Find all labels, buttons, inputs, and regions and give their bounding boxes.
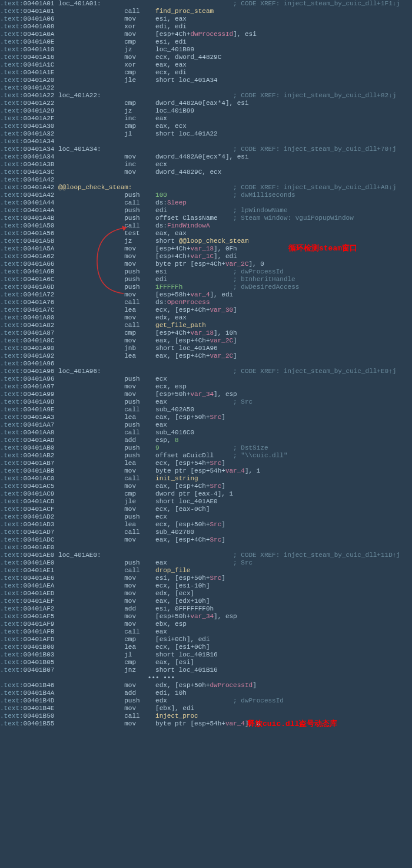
asm-line: .text:00401A90 jnb short loc_401A96 [0,345,412,352]
asm-line: .text:00401A20 jle short loc_401A34 [0,77,412,84]
asm-line: .text:00401ADC mov eax, [esp+4Ch+Src] [0,536,412,544]
asm-line: .text:00401AB2 push offset aCuicDll ; "\… [0,452,412,460]
asm-line: .text:00401ABB mov byte ptr [esp+54h+var… [0,467,412,475]
asm-line: .text:00401A3B inc ecx [0,161,412,169]
asm-line: .text:00401A44 call ds:Sleep [0,199,412,207]
asm-line: .text:00401B46 mov edx, [esp+50h+dwProce… [0,682,412,689]
asm-line: .text:00401A96 loc_401A96: ; CODE XREF: … [0,368,412,375]
asm-line: .text:00401AFB call eax [0,628,412,636]
asm-line: .text:00401B4A add edi, 10h [0,689,412,697]
asm-line: .text:00401A99 mov [esp+50h+var_34], esp [0,391,412,398]
asm-line: .text:00401AF2 add esi, 0FFFFFFF0h [0,605,412,613]
asm-line: .text:00401A96 [0,360,412,368]
asm-line: .text:00401A6C push edi ; bInheritHandle [0,276,412,283]
asm-line: .text:00401A72 mov [esp+58h+var_4], edi [0,291,412,299]
asm-line: .text:00401AC5 mov eax, [esp+4Ch+Src] [0,483,412,490]
asm-line: .text:00401AEA mov ecx, [esi-10h] [0,582,412,590]
asm-line: .text:00401A01 call find_proc_steam [0,8,412,15]
asm-line: .text:00401A30 cmp eax, ecx [0,123,412,130]
asm-line: .text:00401A32 jl short loc_401A22 [0,130,412,138]
asm-line: .text:00401AE0 push eax ; Src [0,559,412,567]
asm-line: .text:00401A3C mov dword_44829C, ecx [0,169,412,176]
asm-line: .text:00401AF9 mov ebx, esp [0,621,412,628]
asm-line: .text:00401AA8 call sub_4016C0 [0,429,412,437]
asm-line: .text:00401B07 jnz short loc_401B16 [0,666,412,674]
asm-line: .text:00401AB0 push 9 ; DstSize [0,444,412,452]
asm-line: .text:00401A6B push esi ; dwProcessId [0,268,412,276]
asm-line: .text:00401A34 loc_401A34: ; CODE XREF: … [0,146,412,153]
asm-line: .text:00401A8C mov eax, [esp+4Ch+var_2C] [0,337,412,345]
asm-line: .text:00401A16 mov ecx, dword_44829C [0,54,412,61]
asm-line: .text:00401A62 mov [esp+4Ch+var_1C], edi [0,253,412,260]
annotation-loop: 循环检测steam窗口 [288,245,357,252]
asm-line: .text:00401AD3 lea ecx, [esp+50h+Src] [0,521,412,529]
asm-line: .text:00401A76 call ds:OpenProcess [0,299,412,306]
asm-line: .text:00401A08 xor edi, edi [0,23,412,31]
asm-line: .text:00401AD2 push ecx [0,513,412,521]
asm-line: .text:00401A4A push edi ; lpWindowName [0,207,412,214]
asm-line: .text:00401B55 mov byte ptr [esp+54h+var… [0,720,412,728]
asm-line: .text:00401A82 call get_file_path [0,322,412,329]
asm-line: .text:00401A4B push offset ClassName ; S… [0,214,412,222]
asm-line: .text:00401A42 @@loop_check_steam: ; COD… [0,184,412,192]
asm-line: .text:00401A6D push 1FFFFFh ; dwDesiredA… [0,283,412,291]
asm-line: .text:00401A80 mov edx, eax [0,314,412,322]
asm-line: .text:00401B00 lea ecx, [esi+0Ch] [0,643,412,651]
asm-line: .text:00401AB7 lea ecx, [esp+54h+Src] [0,460,412,467]
asm-line: .text:00401AA7 push eax [0,421,412,429]
asm-line: .text:00401AEF mov eax, [edx+10h] [0,598,412,605]
asm-line: .text:00401AA3 lea eax, [esp+50h+Src] [0,414,412,421]
asm-line: .text:00401B03 jl short loc_401B16 [0,651,412,659]
asm-line: .text:00401AE0 [0,544,412,552]
asm-line: .text:00401ACD jle short loc_401AE0 [0,498,412,506]
asm-line: .text:00401A9E call sub_402A50 [0,406,412,414]
asm-line: .text:00401A1E cmp ecx, edi [0,69,412,77]
asm-line: .text:00401B4D push edx ; dwProcessId [0,697,412,705]
asm-line: .text:00401AED mov edx, [ecx] [0,590,412,598]
asm-line: .text:00401B4E mov [ebx], edi [0,705,412,712]
asm-line: .text:00401A06 mov esi, eax [0,15,412,23]
asm-line: .text:00401A10 jz loc_401B99 [0,46,412,54]
asm-line: .text:00401A92 lea eax, [esp+4Ch+var_2C] [0,352,412,360]
asm-line: .text:00401A50 call ds:FindWindowA [0,222,412,230]
disassembly-view: 循环检测steam窗口 释放cuic.dll盗号动态库 注入steam.exe进… [0,0,412,728]
asm-line: .text:00401AE6 mov esi, [esp+50h+Src] [0,575,412,582]
asm-line: .text:00401A97 mov ecx, esp [0,383,412,391]
asm-line: .text:00401AE1 call drop_file [0,567,412,575]
asm-line: .text:00401A01 loc_401A01: ; CODE XREF: … [0,0,412,8]
asm-line: .text:00401AAD add esp, 8 [0,437,412,444]
asm-line: .text:00401A42 push 100 ; dwMilliseconds [0,192,412,199]
asm-line: .text:00401A9D push eax ; Src [0,398,412,406]
asm-line: .text:00401A34 [0,138,412,146]
asm-line: .text:00401AE0 loc_401AE0: ; CODE XREF: … [0,552,412,559]
asm-line: .text:00401A29 jz loc_401B99 [0,107,412,115]
asm-line: .text:00401A66 mov byte ptr [esp+4Ch+var… [0,260,412,268]
annotation-drop: 释放cuic.dll盗号动态库 [247,720,337,728]
asm-line: .text:00401A87 cmp [esp+4Ch+var_18], 10h [0,329,412,337]
asm-line: .text:00401A0A mov [esp+4Ch+dwProcessId]… [0,31,412,38]
asm-line: ••• ••• [0,674,412,682]
asm-line: .text:00401A7C lea ecx, [esp+4Ch+var_30] [0,306,412,314]
asm-line: .text:00401A96 push ecx [0,375,412,383]
asm-line: .text:00401AF5 mov [esp+50h+var_34], esp [0,613,412,621]
asm-line: .text:00401B05 cmp eax, [esi] [0,659,412,666]
asm-line: .text:00401A22 loc_401A22: ; CODE XREF: … [0,92,412,100]
asm-line: .text:00401AFD cmp [esi+0Ch], edi [0,636,412,643]
asm-line: .text:00401A42 [0,176,412,184]
asm-line: .text:00401B50 call inject_proc [0,712,412,720]
asm-line: .text:00401A22 [0,84,412,92]
asm-line: .text:00401A56 test eax, eax [0,230,412,237]
asm-line: .text:00401AC0 call init_string [0,475,412,483]
asm-line: .text:00401AD7 call sub_402780 [0,529,412,536]
asm-line: .text:00401ACF mov ecx, [eax-0Ch] [0,506,412,513]
asm-line: .text:00401A1C xor eax, eax [0,61,412,69]
asm-line: .text:00401A34 mov dword_4482A0[ecx*4], … [0,153,412,161]
asm-line: .text:00401A2F inc eax [0,115,412,123]
asm-line: .text:00401AC9 cmp dword ptr [eax-4], 1 [0,490,412,498]
asm-line: .text:00401A0E cmp esi, edi [0,38,412,46]
asm-line: .text:00401A22 cmp dword_4482A0[eax*4], … [0,100,412,107]
